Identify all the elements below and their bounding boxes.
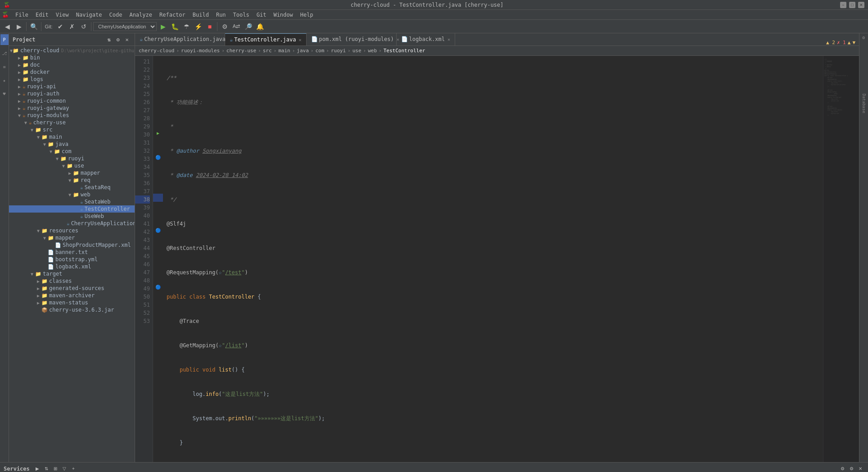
run-gutter-30[interactable]: ▶ [153, 129, 163, 137]
menu-help[interactable]: Help [297, 11, 317, 19]
tree-item-shop-product-mapper[interactable]: 📄 ShopProductMapper.xml [9, 241, 135, 249]
tree-item-java[interactable]: ▼ 📁 java [9, 141, 135, 148]
tree-item-resources[interactable]: ▼ 📁 resources [9, 227, 135, 234]
breadcrumb-src[interactable]: src [263, 48, 272, 54]
services-run-btn[interactable]: ▶ [33, 465, 41, 472]
settings-button[interactable]: ⚙ [219, 21, 230, 32]
back-button[interactable]: ◀ [2, 21, 13, 32]
tree-item-cherry-jar[interactable]: 📦 cherry-use-3.6.3.jar [9, 306, 135, 313]
tree-item-logback[interactable]: 📄 logback.xml [9, 263, 135, 270]
tree-item-mapper-res[interactable]: ▼ 📁 mapper [9, 234, 135, 241]
breadcrumb-test-controller[interactable]: TestController [384, 48, 425, 54]
tree-item-cherry-cloud[interactable]: ▼ 📁 cherry-cloud D:\work\project\gitee-g… [9, 47, 135, 54]
tree-item-src[interactable]: ▼ 📁 src [9, 126, 135, 133]
tree-item-ruoyi-common[interactable]: ▶ ☕ ruoyi-common [9, 97, 135, 104]
run-config-select[interactable]: CherryUseApplication [93, 22, 157, 31]
breadcrumb-use[interactable]: use [353, 48, 362, 54]
tree-item-ruoyi-modules[interactable]: ▼ ☕ ruoyi-modules [9, 112, 135, 119]
tree-item-docker[interactable]: ▶ 📁 docker [9, 68, 135, 76]
sidebar-bookmark-icon[interactable]: ★ [0, 75, 9, 86]
menu-analyze[interactable]: Analyze [126, 11, 156, 19]
tree-item-banner[interactable]: 📄 banner.txt [9, 249, 135, 256]
debug-button[interactable]: 🐛 [169, 21, 180, 32]
breadcrumb-main[interactable]: main [278, 48, 290, 54]
tree-item-web[interactable]: ▼ 📁 web [9, 191, 135, 198]
project-settings-icon[interactable]: ⚙ [114, 36, 122, 44]
minimize-button[interactable]: − [840, 2, 846, 8]
services-settings-btn[interactable]: ⚙ [838, 465, 846, 472]
tab-close-logback[interactable]: ✕ [448, 37, 450, 42]
breadcrumb-ruoyi-modules[interactable]: ruoyi-modules [181, 48, 220, 54]
debug-gutter-42[interactable]: 🔵 [153, 226, 163, 234]
project-collapse-icon[interactable]: ⇅ [105, 36, 113, 44]
menu-code[interactable]: Code [106, 11, 126, 19]
code-content-area[interactable]: /** * 功能描述： * * @author Songxianyang * @… [163, 56, 823, 462]
tree-item-logs[interactable]: ▶ 📁 logs [9, 76, 135, 83]
git-x-button[interactable]: ✗ [67, 21, 77, 32]
tree-item-seata-web[interactable]: ☕ SeataWeb [9, 198, 135, 205]
breadcrumb-cherry-use[interactable]: cherry-use [226, 48, 256, 54]
menu-file[interactable]: File [12, 11, 32, 19]
notifications-button[interactable]: 🔔 [254, 21, 265, 32]
tab-logback[interactable]: 📄 logback.xml ✕ [397, 33, 456, 45]
menu-navigate[interactable]: Navigate [72, 11, 106, 19]
git-more-button[interactable]: ↺ [78, 21, 89, 32]
breadcrumb-cherry-cloud[interactable]: cherry-cloud [139, 48, 174, 54]
menu-edit[interactable]: Edit [32, 11, 52, 19]
tree-item-com[interactable]: ▼ 📁 com [9, 148, 135, 155]
breadcrumb-java[interactable]: java [297, 48, 309, 54]
tree-item-classes[interactable]: ▶ 📁 classes [9, 277, 135, 285]
breadcrumb-ruoyi[interactable]: ruoyi [331, 48, 346, 54]
profile-button[interactable]: ⚡ [193, 21, 203, 32]
tree-item-req[interactable]: ▼ 📁 req [9, 177, 135, 184]
services-add-btn[interactable]: + [69, 465, 77, 472]
services-gear-btn[interactable]: ⚙ [847, 465, 855, 472]
tree-item-mapper[interactable]: ▶ 📁 mapper [9, 169, 135, 177]
services-filter-btn[interactable]: ▽ [60, 465, 68, 472]
forward-button[interactable]: ▶ [14, 21, 24, 32]
tab-pom-xml[interactable]: 📄 pom.xml (ruoyi-modules) ✕ [307, 33, 397, 45]
git-check-button[interactable]: ✔ [55, 21, 66, 32]
run-button[interactable]: ▶ [158, 21, 168, 32]
debug-gutter-49[interactable]: 🔵 [153, 283, 163, 291]
tree-item-use-web[interactable]: ☕ UseWeb [9, 213, 135, 220]
menu-refactor[interactable]: Refactor [156, 11, 189, 19]
services-close-btn[interactable]: ✕ [856, 465, 864, 472]
tree-item-main[interactable]: ▼ 📁 main [9, 133, 135, 141]
menu-git[interactable]: Git [253, 11, 270, 19]
tree-item-target[interactable]: ▼ 📁 target [9, 270, 135, 277]
project-close-icon[interactable]: ✕ [123, 36, 131, 44]
tree-item-bin[interactable]: ▶ 📁 bin [9, 54, 135, 61]
sidebar-commit-icon[interactable]: ⎇ [0, 48, 9, 59]
sidebar-project-icon[interactable]: P [0, 34, 9, 45]
tree-item-generated-sources[interactable]: ▶ 📁 generated-sources [9, 285, 135, 292]
tab-close-test-controller[interactable]: ✕ [299, 37, 302, 42]
tree-item-seata-req[interactable]: ☕ SeataReq [9, 184, 135, 191]
services-collapse-btn[interactable]: ⇅ [42, 465, 50, 472]
maximize-button[interactable]: □ [849, 2, 855, 8]
tab-cherry-use-app[interactable]: ☕ CherryUseApplication.java ✕ [135, 33, 225, 45]
git-button[interactable]: Git: [43, 21, 54, 32]
sidebar-structure-icon[interactable]: ≡ [0, 61, 9, 72]
menu-run[interactable]: Run [212, 11, 230, 19]
tree-item-maven-archiver[interactable]: ▶ 📁 maven-archiver [9, 292, 135, 299]
tree-item-cherry-use[interactable]: ▼ ☕ cherry-use [9, 119, 135, 126]
coverage-button[interactable]: ☂ [181, 21, 192, 32]
debug-gutter-33[interactable]: 🔵 [153, 153, 163, 161]
tree-item-maven-status[interactable]: ▶ 📁 maven-status [9, 299, 135, 306]
breadcrumb-web[interactable]: web [368, 48, 377, 54]
tree-item-ruoyi[interactable]: ▼ 📁 ruoyi [9, 155, 135, 162]
code-editor[interactable]: 21 22 23 24 25 26 27 28 29 30 31 32 33 3… [135, 56, 859, 462]
services-group-btn[interactable]: ⊞ [51, 465, 59, 472]
tree-item-use[interactable]: ▼ 📁 use [9, 162, 135, 169]
breadcrumb-com[interactable]: com [315, 48, 324, 54]
menu-tools[interactable]: Tools [230, 11, 253, 19]
menu-window[interactable]: Window [270, 11, 296, 19]
close-button[interactable]: ✕ [858, 2, 864, 8]
menu-view[interactable]: View [52, 11, 72, 19]
search-everywhere-button[interactable]: 🔍 [28, 21, 39, 32]
tree-item-doc[interactable]: ▶ 📁 doc [9, 61, 135, 68]
tree-item-cherry-use-app[interactable]: ☕ CherryUseApplication [9, 220, 135, 227]
search-button[interactable]: 🔎 [243, 21, 253, 32]
translate-button[interactable]: A⇄ [231, 21, 242, 32]
